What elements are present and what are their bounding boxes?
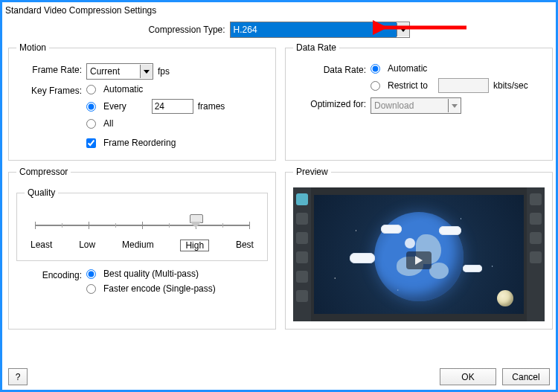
encoding-label: Encoding: bbox=[16, 269, 86, 280]
play-button-icon[interactable] bbox=[406, 251, 432, 269]
tool-icon[interactable] bbox=[296, 193, 308, 205]
optimized-for-label: Optimized for: bbox=[293, 97, 371, 109]
tool-icon[interactable] bbox=[530, 193, 542, 205]
earth-graphic bbox=[374, 212, 464, 301]
frame-rate-label: Frame Rate: bbox=[16, 63, 86, 75]
data-rate-group: Data Rate Data Rate: Automatic Restrict … bbox=[285, 42, 553, 161]
optimized-for-dropdown: Download bbox=[371, 97, 461, 114]
help-button[interactable]: ? bbox=[8, 368, 28, 385]
quality-slider[interactable] bbox=[35, 216, 249, 238]
tool-icon[interactable] bbox=[530, 251, 542, 263]
compressor-legend: Compressor bbox=[16, 167, 71, 177]
encoding-faster-radio[interactable]: Faster encode (Single-pass) bbox=[86, 283, 216, 294]
compression-type-value: H.264 bbox=[231, 22, 397, 37]
motion-group: Motion Frame Rate: Current fps Key Frame… bbox=[8, 42, 276, 161]
chevron-down-icon bbox=[448, 99, 461, 112]
encoding-best-radio[interactable]: Best quality (Multi-pass) bbox=[86, 269, 216, 279]
keyframes-every-input[interactable] bbox=[152, 99, 193, 114]
keyframes-all-radio[interactable]: All bbox=[86, 118, 225, 129]
chevron-down-icon[interactable] bbox=[397, 23, 409, 36]
tool-icon[interactable] bbox=[296, 213, 308, 225]
chevron-down-icon[interactable] bbox=[140, 65, 153, 78]
compression-type-dropdown[interactable]: H.264 bbox=[230, 22, 410, 38]
moon-icon bbox=[497, 290, 513, 306]
datarate-automatic-radio[interactable]: Automatic bbox=[371, 63, 528, 74]
preview-video[interactable] bbox=[293, 187, 545, 321]
tool-icon[interactable] bbox=[296, 232, 308, 244]
tool-icon[interactable] bbox=[296, 251, 308, 263]
preview-group: Preview bbox=[285, 167, 553, 330]
preview-legend: Preview bbox=[293, 167, 331, 177]
ok-button[interactable]: OK bbox=[440, 368, 496, 385]
keyframes-every-radio[interactable]: Every frames bbox=[86, 99, 225, 114]
data-rate-label: Data Rate: bbox=[293, 63, 371, 75]
preview-right-toolbar bbox=[527, 187, 545, 321]
datarate-value-input bbox=[438, 78, 489, 93]
data-rate-legend: Data Rate bbox=[293, 42, 339, 53]
datarate-restrict-radio[interactable]: Restrict to kbits/sec bbox=[371, 78, 528, 93]
frame-rate-dropdown[interactable]: Current bbox=[86, 63, 153, 80]
preview-left-toolbar bbox=[293, 187, 311, 321]
compressor-group: Compressor Quality Leas bbox=[8, 167, 276, 330]
cloud-icon bbox=[381, 225, 402, 234]
cancel-button[interactable]: Cancel bbox=[502, 368, 550, 385]
tool-icon[interactable] bbox=[296, 271, 308, 283]
window-title: Standard Video Compression Settings bbox=[2, 2, 556, 22]
quality-legend: Quality bbox=[25, 187, 58, 198]
tool-icon[interactable] bbox=[530, 213, 542, 225]
cloud-icon bbox=[350, 253, 375, 263]
cloud-icon bbox=[439, 226, 461, 235]
quality-group: Quality Least Low bbox=[16, 187, 268, 261]
fps-suffix: fps bbox=[158, 66, 170, 77]
quality-slider-labels: Least Low Medium High Best bbox=[31, 240, 254, 251]
tool-icon[interactable] bbox=[530, 232, 542, 244]
frame-reordering-checkbox[interactable]: Frame Reordering bbox=[86, 138, 225, 148]
motion-legend: Motion bbox=[16, 42, 49, 53]
preview-canvas bbox=[314, 195, 524, 314]
cloud-icon bbox=[463, 265, 482, 272]
keyframes-automatic-radio[interactable]: Automatic bbox=[86, 84, 225, 94]
tool-icon[interactable] bbox=[296, 290, 308, 302]
key-frames-label: Key Frames: bbox=[16, 84, 86, 96]
compression-type-label: Compression Type: bbox=[148, 25, 225, 35]
